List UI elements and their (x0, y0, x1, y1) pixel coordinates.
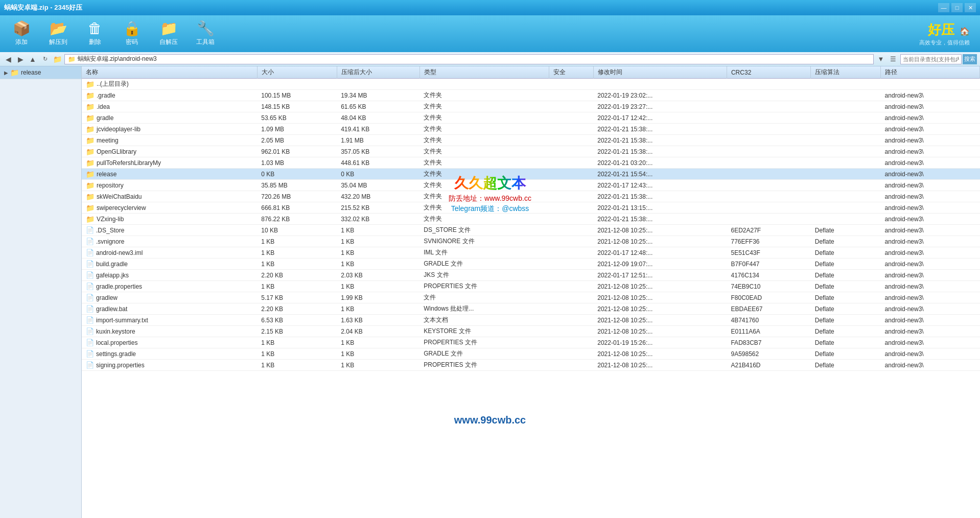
table-row[interactable]: 📄 build.gradle 1 KB 1 KB GRADLE 文件 2021-… (82, 258, 980, 270)
cell-algorithm (811, 214, 881, 225)
folder-icon: 📁 (86, 148, 95, 156)
table-row[interactable]: 📄 gafeiapp.jks 2.20 KB 2.03 KB JKS 文件 20… (82, 270, 980, 281)
col-security[interactable]: 安全 (549, 66, 593, 79)
search-input[interactable] (900, 54, 962, 64)
cell-crc32: 5E51C43F (727, 247, 810, 258)
table-row[interactable]: 📄 settings.gradle 1 KB 1 KB GRADLE 文件 20… (82, 348, 980, 360)
cell-modified: 2021-12-08 10:25:... (593, 292, 727, 303)
parent-folder-icon: 📁 (86, 80, 95, 88)
cell-name: 📁 skWeiChatBaidu (82, 191, 257, 202)
file-icon: 📄 (86, 271, 94, 279)
cell-crc32: 776EFF36 (727, 236, 810, 247)
col-name[interactable]: 名称 (82, 66, 257, 79)
table-row[interactable]: 📁 repository 35.85 MB 35.04 MB 文件夹 2022-… (82, 180, 980, 191)
cell-crc32: B7F0F447 (727, 258, 810, 270)
back-button[interactable]: ◀ (3, 54, 13, 64)
left-panel: ▶ 📁 release (0, 66, 82, 518)
close-button[interactable]: ✕ (965, 3, 976, 12)
col-size[interactable]: 大小 (257, 66, 337, 79)
selfextract-button[interactable]: 📁 自解压 (152, 18, 185, 49)
table-row[interactable]: 📁 jcvideoplayer-lib 1.09 MB 419.41 KB 文件… (82, 124, 980, 135)
col-modified[interactable]: 修改时间 (593, 66, 727, 79)
table-row[interactable]: 📁 release 0 KB 0 KB 文件夹 2022-01-21 15:54… (82, 169, 980, 180)
table-row[interactable]: 📄 signing.properties 1 KB 1 KB PROPERTIE… (82, 360, 980, 371)
list-view-button[interactable]: ☰ (888, 54, 898, 64)
extract-button[interactable]: 📂 解压到 (42, 18, 75, 49)
table-row[interactable]: 📄 gradle.properties 1 KB 1 KB PROPERTIES… (82, 281, 980, 292)
cell-compressed: 35.04 MB (337, 180, 419, 191)
cell-crc32 (727, 146, 810, 157)
cell-modified: 2022-01-19 23:27:... (593, 101, 727, 112)
search-button[interactable]: 搜索 (963, 54, 977, 64)
cell-crc32 (727, 214, 810, 225)
table-row[interactable]: 📁 .gradle 100.15 MB 19.34 MB 文件夹 2022-01… (82, 90, 980, 101)
brand-logo-icon: 好压 (928, 22, 954, 37)
cell-name: 📁 swiperecyclerview (82, 202, 257, 214)
add-button[interactable]: 📦 添加 (5, 18, 38, 49)
minimize-button[interactable]: — (938, 3, 949, 12)
refresh-button[interactable]: ↻ (40, 54, 50, 64)
cell-type: 文件夹 (419, 124, 549, 135)
col-type[interactable]: 类型 (419, 66, 549, 79)
cell-size: 148.15 KB (257, 101, 337, 112)
cell-compressed: 357.05 KB (337, 146, 419, 157)
cell-name: 📁 pullToRefershLibraryMy (82, 157, 257, 169)
cell-compressed: 332.02 KB (337, 214, 419, 225)
cell-algorithm: Deflate (811, 303, 881, 315)
up-button[interactable]: ▲ (28, 54, 38, 64)
table-row[interactable]: 📄 .svnignore 1 KB 1 KB SVNIGNORE 文件 2021… (82, 236, 980, 247)
cell-security (549, 292, 593, 303)
cell-security (549, 326, 593, 337)
folder-up-button[interactable]: 📁 (52, 54, 62, 64)
file-icon: 📄 (86, 339, 94, 346)
cell-crc32 (727, 180, 810, 191)
table-row[interactable]: 📄 gradlew.bat 2.20 KB 1 KB Windows 批处理..… (82, 303, 980, 315)
table-row[interactable]: 📁 pullToRefershLibraryMy 1.03 MB 448.61 … (82, 157, 980, 169)
cell-algorithm (811, 157, 881, 169)
table-row[interactable]: 📁 .idea 148.15 KB 61.65 KB 文件夹 2022-01-1… (82, 101, 980, 112)
password-button[interactable]: 🔒 密码 (115, 18, 148, 49)
file-name-text: release (97, 171, 116, 178)
table-row[interactable]: 📄 gradlew 5.17 KB 1.99 KB 文件 2021-12-08 … (82, 292, 980, 303)
cell-size: 1.03 MB (257, 157, 337, 169)
file-name-text: kuxin.keystore (96, 328, 135, 335)
cell-path: android-new3\ (881, 247, 980, 258)
add-icon: 📦 (13, 21, 31, 36)
cell-name: 📄 local.properties (82, 337, 257, 348)
tools-button[interactable]: 🔧 工具箱 (189, 18, 222, 49)
cell-security (549, 281, 593, 292)
delete-button[interactable]: 🗑 删除 (79, 18, 111, 49)
main-layout: ▶ 📁 release 名称 大小 压缩后大小 类型 安全 修改时间 CRC32… (0, 66, 980, 518)
table-row[interactable]: 📁 OpenGLlibrary 962.01 KB 357.05 KB 文件夹 … (82, 146, 980, 157)
col-path[interactable]: 路径 (881, 66, 980, 79)
left-panel-release-item[interactable]: ▶ 📁 release (0, 66, 81, 79)
cell-modified (593, 79, 727, 90)
folder-icon: 📁 (86, 170, 95, 178)
table-row[interactable]: 📁 meeting 2.05 MB 1.91 MB 文件夹 2022-01-21… (82, 135, 980, 146)
file-icon: 📄 (86, 249, 94, 256)
cell-modified: 2022-01-17 12:42:... (593, 112, 727, 124)
cell-modified: 2021-12-08 10:25:... (593, 281, 727, 292)
cell-path: android-new3\ (881, 135, 980, 146)
table-row[interactable]: 📁 gradle 53.65 KB 48.04 KB 文件夹 2022-01-1… (82, 112, 980, 124)
table-row[interactable]: 📄 local.properties 1 KB 1 KB PROPERTIES … (82, 337, 980, 348)
forward-button[interactable]: ▶ (15, 54, 26, 64)
table-row[interactable]: 📄 kuxin.keystore 2.15 KB 2.04 KB KEYSTOR… (82, 326, 980, 337)
table-row[interactable]: 📁 skWeiChatBaidu 720.26 MB 432.20 MB 文件夹… (82, 191, 980, 202)
col-compressed[interactable]: 压缩后大小 (337, 66, 419, 79)
col-crc32[interactable]: CRC32 (727, 66, 810, 79)
cell-algorithm (811, 112, 881, 124)
table-row[interactable]: 📁 VZxing-lib 876.22 KB 332.02 KB 文件夹 202… (82, 214, 980, 225)
table-row[interactable]: 📁 ..(上层目录) (82, 79, 980, 90)
col-algorithm[interactable]: 压缩算法 (811, 66, 881, 79)
tools-label: 工具箱 (196, 38, 215, 46)
maximize-button[interactable]: □ (951, 3, 963, 12)
cell-size: 2.20 KB (257, 270, 337, 281)
table-row[interactable]: 📄 .DS_Store 10 KB 1 KB DS_STORE 文件 2021-… (82, 225, 980, 236)
table-row[interactable]: 📁 swiperecyclerview 666.81 KB 215.52 KB … (82, 202, 980, 214)
view-dropdown-button[interactable]: ▼ (876, 54, 886, 64)
table-row[interactable]: 📄 android-new3.iml 1 KB 1 KB IML 文件 2022… (82, 247, 980, 258)
cell-modified: 2022-01-21 15:54:... (593, 169, 727, 180)
table-row[interactable]: 📄 import-summary.txt 6.53 KB 1.63 KB 文本文… (82, 315, 980, 326)
cell-type: 文件夹 (419, 146, 549, 157)
